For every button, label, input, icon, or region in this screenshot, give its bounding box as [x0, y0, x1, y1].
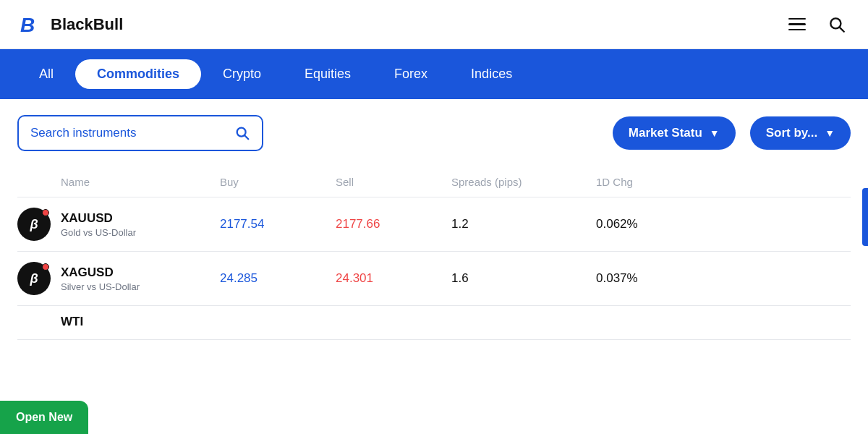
buy-price-xauusd: 2177.54	[220, 217, 336, 231]
sell-price-xagusd: 24.301	[336, 271, 451, 286]
menu-button[interactable]	[784, 14, 810, 35]
instrument-symbol: XAGUSD	[61, 265, 220, 280]
search-box[interactable]	[17, 115, 263, 151]
sort-by-dropdown[interactable]: Sort by... ▼	[750, 116, 851, 150]
instrument-symbol: XAUUSD	[61, 211, 220, 226]
header-icons	[784, 11, 851, 38]
hamburger-line-3	[788, 29, 806, 31]
header: B BlackBull	[0, 0, 868, 49]
search-button[interactable]	[823, 11, 851, 38]
instrument-symbol: WTI	[61, 315, 220, 329]
open-account-button[interactable]: Open New	[0, 401, 88, 434]
spread-xagusd: 1.6	[451, 271, 596, 286]
hamburger-line-1	[788, 18, 806, 20]
instrument-info-xagusd: XAGUSD Silver vs US-Dollar	[61, 265, 220, 292]
nav-bar: All Commodities Crypto Equities Forex In…	[0, 49, 868, 99]
tab-crypto[interactable]: Crypto	[201, 59, 283, 89]
instrument-description: Silver vs US-Dollar	[61, 281, 220, 292]
status-dot	[42, 263, 49, 271]
change-xagusd: 0.037%	[596, 271, 712, 286]
col-sell: Sell	[336, 176, 451, 188]
market-status-dropdown[interactable]: Market Statu ▼	[613, 116, 736, 150]
instrument-icon-xauusd: β	[17, 208, 61, 241]
market-status-label: Market Statu	[629, 126, 702, 140]
col-change: 1D Chg	[596, 176, 712, 188]
tab-indices[interactable]: Indices	[449, 59, 534, 89]
buy-price-xagusd: 24.285	[220, 271, 336, 286]
instrument-description: Gold vs US-Dollar	[61, 227, 220, 238]
tab-commodities[interactable]: Commodities	[75, 59, 201, 89]
svg-text:B: B	[20, 14, 35, 36]
tab-equities[interactable]: Equities	[283, 59, 373, 89]
sell-price-xauusd: 2177.66	[336, 217, 451, 231]
sort-by-label: Sort by...	[766, 126, 817, 140]
table-row[interactable]: β XAGUSD Silver vs US-Dollar 24.285 24.3…	[17, 252, 851, 306]
col-buy: Buy	[220, 176, 336, 188]
instrument-icon-xagusd: β	[17, 262, 61, 295]
change-xauusd: 0.062%	[596, 217, 712, 231]
instrument-info-xauusd: XAUUSD Gold vs US-Dollar	[61, 211, 220, 238]
blackbull-logo-icon: B	[17, 12, 43, 38]
hamburger-line-2	[788, 23, 806, 25]
table-header: Name Buy Sell Spreads (pips) 1D Chg	[17, 167, 851, 197]
logo-container: B BlackBull	[17, 12, 123, 38]
table-row[interactable]: WTI	[17, 306, 851, 340]
col-spread: Spreads (pips)	[451, 176, 596, 188]
search-icon	[827, 15, 846, 34]
col-name: Name	[61, 176, 220, 188]
logo-text: BlackBull	[51, 15, 123, 34]
spread-xauusd: 1.2	[451, 217, 596, 231]
search-input[interactable]	[30, 126, 227, 140]
search-icon-input	[234, 125, 250, 141]
chevron-down-icon: ▼	[710, 127, 720, 139]
toolbar: Market Statu ▼ Sort by... ▼	[0, 99, 868, 167]
svg-line-4	[244, 135, 248, 139]
svg-line-2	[840, 27, 844, 31]
chevron-down-icon-2: ▼	[825, 127, 835, 139]
col-icon	[17, 176, 61, 188]
tab-all[interactable]: All	[17, 59, 75, 89]
tab-forex[interactable]: Forex	[373, 59, 449, 89]
scroll-indicator[interactable]	[862, 188, 868, 246]
table-row[interactable]: β XAUUSD Gold vs US-Dollar 2177.54 2177.…	[17, 197, 851, 252]
instrument-info-wti: WTI	[61, 315, 220, 329]
hamburger-icon	[788, 18, 806, 31]
status-dot	[42, 209, 49, 216]
table-container: Name Buy Sell Spreads (pips) 1D Chg β XA…	[0, 167, 868, 340]
